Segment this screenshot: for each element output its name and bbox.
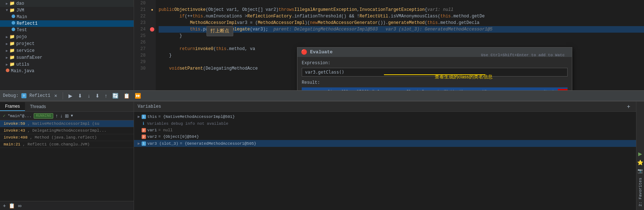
evaluate-button[interactable]: 📋: [122, 93, 131, 99]
debug-filename: Reflect1: [29, 93, 50, 98]
frame-class: ,: [28, 122, 32, 126]
frame-toolbar: + 📋 ∞: [0, 201, 134, 210]
frame-item[interactable]: invoke:43 , DelegatingMethodAccessorImpl…: [0, 127, 134, 134]
watermark: S: [558, 89, 568, 90]
thread-filter-button[interactable]: ⊞: [65, 113, 69, 119]
sidebar-item-reflect1[interactable]: Reflect1: [0, 20, 134, 27]
frame-class: ,: [28, 128, 32, 133]
main-area: ▶ 📁 dao ▼ 📁 JVM Main Reflect1 Test ▶ 📁 p…: [0, 0, 644, 90]
variable-list: ▶ i this = {NativeMethodAccessorImpl@501…: [134, 112, 636, 210]
expand-icon: [138, 135, 140, 139]
add-variable-button[interactable]: +: [625, 103, 632, 111]
sidebar-item-main[interactable]: Main: [0, 14, 134, 20]
class-icon: [12, 28, 15, 33]
resume-fav-button[interactable]: ▶: [638, 151, 642, 157]
var-value: = {GeneratedMethodAccessor1@505}: [180, 141, 256, 146]
code-line-23: MethodAccessorImpl var3 = ( MethodAccess…: [159, 20, 644, 26]
frame-class-name: Reflect1 (com.changlu.JVM): [28, 142, 90, 147]
tab-frames[interactable]: Frames: [0, 102, 25, 111]
frame-method: main:21: [4, 142, 20, 147]
evaluate-expression-input[interactable]: [302, 68, 568, 77]
var-name: var3 (slot_3): [147, 141, 179, 146]
step-into-button[interactable]: ↓: [87, 93, 91, 99]
screenshot-button[interactable]: 📷: [637, 168, 643, 173]
project-sidebar: ▶ 📁 dao ▼ 📁 JVM Main Reflect1 Test ▶ 📁 p…: [0, 0, 134, 90]
panel-tabs: Frames Threads: [0, 102, 134, 112]
breakpoint-dot[interactable]: [150, 27, 154, 32]
sidebar-item-mainjava[interactable]: Main.java: [0, 68, 134, 74]
folder-icon: 📁: [9, 34, 15, 40]
sidebar-item-suanfaexer[interactable]: ▶ 📁 suanfaExer: [0, 54, 134, 61]
expand-arrow-icon: ▶: [6, 49, 8, 53]
folder-icon: 📁: [9, 48, 15, 53]
favorite-button[interactable]: ⭐: [637, 160, 643, 165]
class-icon: [12, 15, 15, 20]
close-tab-button[interactable]: ×: [53, 93, 58, 99]
code-line-21: public Object invoke (Object var1, Objec…: [159, 7, 644, 13]
sidebar-label-utils: utils: [16, 62, 29, 67]
type-icon: i: [142, 115, 146, 119]
frame-class-name: DelegatingMethodAccessorImpl...: [32, 128, 106, 133]
thread-down-button[interactable]: ↓: [60, 113, 63, 119]
favorites-label[interactable]: 2: Favorites: [638, 178, 643, 206]
frame-item[interactable]: main:21 , Reflect1 (com.changlu.JVM): [0, 141, 134, 148]
sidebar-label-suanfaexer: suanfaExer: [16, 55, 42, 60]
code-content: public Object invoke (Object var1, Objec…: [156, 0, 644, 90]
type-icon: p: [142, 128, 146, 132]
var-value: = null: [158, 128, 173, 132]
thread-selector: ✓ "main"@... RUNNING ↑ ↓ ⊞ ▼: [0, 112, 134, 120]
camera-icon-button[interactable]: 📋: [9, 203, 15, 209]
expand-icon: [138, 128, 140, 132]
evaluate-panel: 🔴 Evaluate Use Ctrl+Shift+Enter to add t…: [297, 47, 572, 90]
evaluate-result-row: ▶ oo result = {Class@500} "class sun.ref…: [302, 87, 568, 90]
force-step-into-button[interactable]: ⬇: [94, 93, 101, 99]
expand-icon[interactable]: ▶: [138, 141, 140, 146]
frame-method: invoke:43: [4, 128, 25, 133]
expand-arrow-icon: ▶: [6, 62, 8, 67]
eval-icon: 🔴: [301, 49, 307, 55]
step-over-button[interactable]: ⬇: [76, 92, 84, 99]
add-watch-button[interactable]: +: [3, 203, 6, 209]
sidebar-label-mainjava: Main.java: [11, 69, 34, 74]
variable-item-var3[interactable]: ▶ i var3 (slot_3) = {GeneratedMethodAcce…: [134, 140, 636, 147]
variable-info-text: ℹ Variables debug info not available: [134, 120, 636, 127]
sidebar-item-pojo[interactable]: ▶ 📁 pojo: [0, 33, 134, 40]
frame-list: invoke:59 , NativeMethodAccessorImpl (su…: [0, 120, 134, 201]
code-line-26: [159, 39, 644, 46]
sidebar-label-dao: dao: [16, 1, 24, 6]
expand-arrow-icon: ▼: [6, 8, 8, 12]
sidebar-item-dao[interactable]: ▶ 📁 dao: [0, 0, 134, 7]
dropdown-arrow-icon: ▼: [71, 114, 73, 118]
sidebar-item-jvm[interactable]: ▼ 📁 JVM: [0, 7, 134, 14]
var-name: var1: [147, 128, 157, 132]
variable-item-this[interactable]: ▶ i this = {NativeMethodAccessorImpl@501…: [134, 113, 636, 120]
frame-item[interactable]: invoke:59 , NativeMethodAccessorImpl (su: [0, 120, 134, 127]
sidebar-label-service: service: [16, 48, 34, 53]
variable-item-var2[interactable]: p var2 = {Object[0]@504}: [134, 133, 636, 140]
var-name: this: [147, 115, 157, 119]
debug-label: Debug:: [3, 93, 18, 98]
debug-icon: D: [21, 93, 26, 98]
step-out-button[interactable]: ↑: [104, 93, 108, 99]
tooltip-text: 打上断点: [210, 28, 229, 34]
sidebar-item-utils[interactable]: ▶ 📁 utils: [0, 61, 134, 68]
expand-icon[interactable]: ▶: [138, 114, 140, 119]
run-to-cursor-button[interactable]: 🔄: [111, 93, 120, 99]
folder-icon: 📁: [9, 8, 15, 13]
sidebar-item-project[interactable]: ▶ 📁 project: [0, 40, 134, 47]
gutter: ●: [149, 0, 156, 90]
sidebar-item-test[interactable]: Test: [0, 27, 134, 33]
variables-header: Variables +: [134, 102, 636, 112]
resume-button[interactable]: ▶: [67, 93, 74, 99]
trace-button[interactable]: ⏩: [134, 93, 142, 99]
code-line-22: if (++ this .numInvocations > Reflection…: [159, 13, 644, 20]
tab-threads[interactable]: Threads: [25, 103, 51, 111]
frame-item[interactable]: invoke:498 , Method (java.lang.reflect): [0, 134, 134, 141]
variable-item-var1[interactable]: p var1 = null: [134, 127, 636, 133]
thread-name: "main"@...: [8, 114, 32, 118]
thread-up-button[interactable]: ↑: [55, 113, 58, 119]
thread-check-icon: ✓: [3, 113, 5, 119]
infinity-button[interactable]: ∞: [18, 203, 21, 209]
frame-class-name: NativeMethodAccessorImpl (su: [32, 122, 99, 126]
sidebar-item-service[interactable]: ▶ 📁 service: [0, 47, 134, 54]
